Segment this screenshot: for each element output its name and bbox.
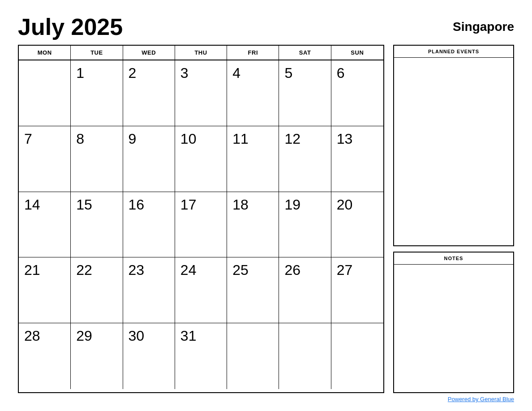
calendar-cell-6: 6: [331, 60, 383, 126]
calendar-body: 1 2 3 4 5 6 7 8 9 10 11 12 13 14 15 16 1…: [19, 60, 383, 389]
day-header-sat: SAT: [279, 46, 331, 60]
calendar-cell-empty-4: [331, 323, 383, 389]
calendar-cell-25: 25: [227, 257, 279, 323]
calendar-cell-22: 22: [71, 257, 123, 323]
calendar-cell-14: 14: [19, 192, 71, 258]
powered-by-link[interactable]: Powered by General Blue: [448, 396, 514, 402]
calendar-header: MON TUE WED THU FRI SAT SUN: [19, 46, 383, 60]
calendar-cell-11: 11: [227, 126, 279, 192]
calendar-cell-4: 4: [227, 60, 279, 126]
day-header-wed: WED: [123, 46, 175, 60]
calendar-cell-8: 8: [71, 126, 123, 192]
calendar-cell-26: 26: [279, 257, 331, 323]
calendar-cell-9: 9: [123, 126, 175, 192]
calendar-cell-30: 30: [123, 323, 175, 389]
calendar-cell-20: 20: [331, 192, 383, 258]
planned-events-title: PLANNED EVENTS: [394, 46, 513, 58]
planned-events-content: [394, 58, 513, 242]
calendar-cell-10: 10: [175, 126, 227, 192]
calendar-cell-3: 3: [175, 60, 227, 126]
page-header: July 2025 Singapore: [18, 13, 514, 40]
calendar-grid: MON TUE WED THU FRI SAT SUN 1 2 3 4 5 6 …: [18, 45, 384, 393]
calendar-cell-empty-2: [227, 323, 279, 389]
calendar-cell-23: 23: [123, 257, 175, 323]
calendar-cell-31: 31: [175, 323, 227, 389]
notes-content: [394, 265, 513, 389]
planned-events-box: PLANNED EVENTS: [393, 45, 514, 246]
day-header-sun: SUN: [331, 46, 383, 60]
calendar-cell-16: 16: [123, 192, 175, 258]
notes-title: NOTES: [394, 253, 513, 265]
calendar-cell-29: 29: [71, 323, 123, 389]
day-header-fri: FRI: [227, 46, 279, 60]
calendar-cell-7: 7: [19, 126, 71, 192]
calendar-cell-15: 15: [71, 192, 123, 258]
calendar-cell-5: 5: [279, 60, 331, 126]
calendar-cell-empty-3: [279, 323, 331, 389]
calendar-cell-24: 24: [175, 257, 227, 323]
calendar-cell-18: 18: [227, 192, 279, 258]
calendar-cell-2: 2: [123, 60, 175, 126]
country-title: Singapore: [453, 13, 514, 34]
day-header-tue: TUE: [71, 46, 123, 60]
calendar-page: July 2025 Singapore MON TUE WED THU FRI …: [0, 0, 532, 411]
main-content: MON TUE WED THU FRI SAT SUN 1 2 3 4 5 6 …: [18, 45, 514, 393]
calendar-cell-28: 28: [19, 323, 71, 389]
sidebar: PLANNED EVENTS NOTES: [393, 45, 514, 393]
calendar-cell-12: 12: [279, 126, 331, 192]
calendar-cell-21: 21: [19, 257, 71, 323]
notes-box: NOTES: [393, 252, 514, 393]
footer: Powered by General Blue: [448, 395, 514, 403]
calendar-cell-13: 13: [331, 126, 383, 192]
calendar-cell-17: 17: [175, 192, 227, 258]
calendar-cell-27: 27: [331, 257, 383, 323]
day-header-mon: MON: [19, 46, 71, 60]
calendar-cell-1: 1: [71, 60, 123, 126]
day-header-thu: THU: [175, 46, 227, 60]
calendar-cell-empty: [19, 60, 71, 126]
month-year-title: July 2025: [18, 13, 123, 40]
calendar-cell-19: 19: [279, 192, 331, 258]
